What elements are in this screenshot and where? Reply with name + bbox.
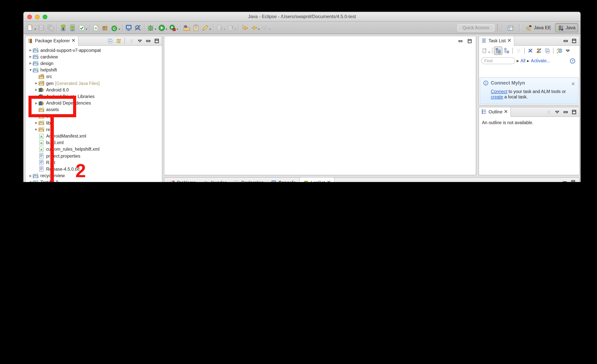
close-icon[interactable]: [71, 39, 75, 43]
tree-expand-icon[interactable]: ▶: [28, 174, 33, 177]
dropdown-caret-icon[interactable]: ▾: [166, 28, 167, 31]
tree-item-custom-rules-helpshift.xml[interactable]: acustom_rules_helpshift.xml: [25, 146, 162, 153]
tree-expand-icon[interactable]: ▶: [34, 81, 39, 85]
link-with-editor-icon[interactable]: [115, 37, 122, 45]
tree-expand-icon[interactable]: ▶: [34, 95, 39, 98]
view-menu-caret[interactable]: [564, 46, 572, 55]
lint-check-icon[interactable]: [77, 23, 86, 33]
minimize-icon[interactable]: [561, 178, 569, 182]
tree-expand-icon[interactable]: ▶: [28, 48, 33, 52]
minimize-icon[interactable]: [457, 37, 464, 45]
tab-task-list[interactable]: Task List: [479, 36, 514, 46]
tree-item-project.properties[interactable]: project.properties: [25, 153, 162, 159]
focus-task-icon-dis[interactable]: [127, 37, 135, 45]
perspective-button-java[interactable]: JJava: [555, 23, 578, 32]
tree-item-bin[interactable]: ▶abin: [25, 113, 162, 120]
tab-outline[interactable]: Outline: [479, 107, 511, 117]
tab-console[interactable]: Console: [267, 178, 299, 182]
tab-package-explorer[interactable]: Package Explorer: [25, 36, 79, 46]
categorized-view-icon-sel[interactable]: [494, 46, 503, 55]
dropdown-caret-icon[interactable]: ▾: [35, 28, 36, 31]
tree-expand-icon[interactable]: ▼: [28, 68, 33, 72]
connect-link[interactable]: Connect: [491, 89, 507, 94]
tree-expand-icon[interactable]: ▶: [34, 101, 39, 105]
search-pen-icon[interactable]: [201, 23, 210, 33]
focus-task-icon-dis[interactable]: [514, 46, 523, 55]
new-android-xml-icon[interactable]: a: [91, 23, 101, 33]
open-task-icon[interactable]: [191, 23, 201, 33]
open-resource-icon[interactable]: [134, 23, 143, 33]
minimize-icon[interactable]: [562, 108, 569, 116]
run-icon[interactable]: [157, 23, 166, 33]
tree-item-gen[interactable]: ▶agen[Generated Java Files]: [25, 80, 162, 86]
find-input[interactable]: Find: [481, 57, 515, 64]
tree-expand-icon[interactable]: ▶: [34, 115, 39, 118]
new-android-package-icon[interactable]: [101, 23, 110, 33]
save-icon[interactable]: [37, 23, 46, 33]
save-all-icon[interactable]: [46, 23, 55, 33]
last-edit-location-icon[interactable]: [240, 23, 250, 33]
forward-icon[interactable]: [260, 23, 269, 33]
quick-access-input[interactable]: Quick Access: [457, 24, 494, 31]
dropdown-caret-icon[interactable]: ▾: [269, 28, 270, 31]
activate-link[interactable]: Activate...: [531, 58, 550, 63]
tree-expand-icon[interactable]: ▶: [34, 128, 39, 131]
tree-expand-icon[interactable]: ▶: [28, 55, 33, 59]
dropdown-caret-icon[interactable]: ▾: [488, 51, 490, 54]
tree-expand-icon[interactable]: ▼: [28, 181, 33, 182]
close-icon[interactable]: [571, 80, 575, 87]
tree-item-design[interactable]: ▶adesign: [25, 60, 162, 67]
tree-item-android-private-libraries[interactable]: ▶Android Private Libraries: [25, 93, 162, 100]
filter-all-link[interactable]: All: [520, 58, 526, 63]
tree-item-android-dependencies[interactable]: ▶Android Dependencies: [25, 100, 162, 106]
tree-item-helpshift[interactable]: ▼ahelpshift: [25, 67, 162, 73]
ddms-icon[interactable]: C: [110, 23, 119, 33]
tab-problems[interactable]: Problems: [166, 178, 199, 182]
tree-expand-icon[interactable]: ▶: [34, 121, 39, 124]
maximize-icon[interactable]: [466, 37, 473, 45]
tree-item-build.xml[interactable]: abuild.xml: [25, 139, 162, 146]
dropdown-caret-icon[interactable]: ▾: [119, 28, 120, 31]
dropdown-caret-icon[interactable]: ▾: [258, 28, 260, 31]
tree-item-res[interactable]: ▶ares: [25, 126, 162, 133]
close-icon[interactable]: [507, 39, 511, 43]
maximize-icon[interactable]: [570, 108, 578, 116]
dropdown-caret-icon[interactable]: ▾: [224, 28, 225, 31]
open-type-icon[interactable]: [182, 23, 191, 33]
help-icon[interactable]: ?: [568, 56, 577, 66]
tree-item-test4.5.0[interactable]: ▼aTest4.5.0: [25, 179, 162, 182]
create-link[interactable]: create: [491, 95, 503, 99]
new-task-icon-drop[interactable]: [480, 46, 489, 55]
tree-item-r.txt[interactable]: R.txt: [25, 159, 162, 166]
avd-manager-icon[interactable]: [68, 23, 77, 33]
new-wizard-icon[interactable]: [26, 23, 35, 33]
tree-expand-icon[interactable]: ▶: [28, 62, 33, 65]
view-menu-icon[interactable]: [136, 37, 143, 45]
debug-icon[interactable]: [146, 23, 155, 33]
scheduled-view-icon[interactable]: [503, 46, 511, 55]
filter-owner-icon[interactable]: [535, 46, 543, 55]
tree-item-android-6.0[interactable]: ▶Android 6.0: [25, 86, 162, 93]
tree-item-android-support-v7-appcompat[interactable]: ▶aandroid-support-v7-appcompat: [25, 47, 162, 54]
dropdown-caret-icon[interactable]: ▾: [155, 28, 156, 31]
collapse-all-icon[interactable]: [543, 46, 552, 55]
prev-annotation-icon[interactable]: [226, 23, 235, 33]
dropdown-caret-icon[interactable]: ▾: [209, 28, 211, 31]
back-icon[interactable]: [250, 23, 259, 33]
tree-item-assets[interactable]: aassets: [25, 106, 162, 113]
tab-declaration[interactable]: Declaration: [230, 178, 267, 182]
dropdown-caret-icon[interactable]: ▾: [235, 28, 236, 31]
maximize-icon[interactable]: [153, 37, 160, 45]
tab-javadoc[interactable]: @Javadoc: [199, 178, 230, 182]
close-icon[interactable]: [327, 180, 331, 182]
tree-item-libs[interactable]: ▶alibs: [25, 120, 162, 126]
tree-item-recyclerview[interactable]: ▶arecyclerview: [25, 172, 162, 179]
minimize-icon[interactable]: [562, 37, 569, 45]
hide-completed-icon[interactable]: [526, 46, 535, 55]
open-perspective-icon[interactable]: [506, 23, 515, 33]
tree-item-src[interactable]: src: [25, 73, 162, 80]
maximize-icon[interactable]: [569, 178, 577, 182]
tree-item-cardview[interactable]: ▶acardview: [25, 54, 162, 60]
tree-item-release-4.5.0.txt[interactable]: Release-4.5.0.txt: [25, 166, 162, 172]
minimize-icon[interactable]: [144, 37, 152, 45]
